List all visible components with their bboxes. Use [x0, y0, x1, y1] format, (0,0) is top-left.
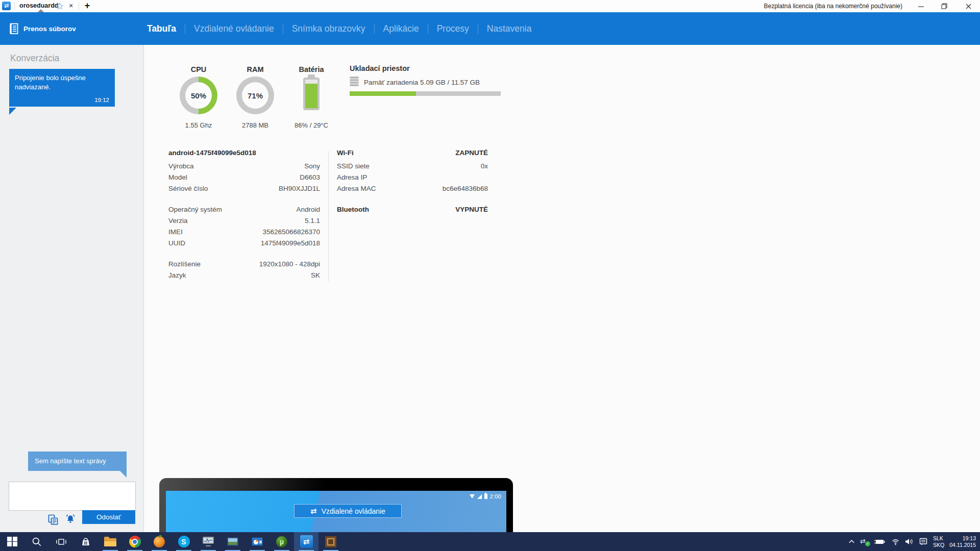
info-row: Rozlíšenie1920x1080 - 428dpi: [168, 260, 320, 271]
device-status-bar: 2:00: [470, 493, 501, 499]
bluetooth-row: Bluetooth VYPNUTÉ: [337, 206, 488, 217]
tab-separator: [14, 2, 15, 10]
remote-control-button[interactable]: ⇄ Vzdialené ovládanie: [294, 504, 402, 518]
chat-sidebar: Konverzácia Pripojenie bolo úspešne nadv…: [0, 45, 144, 532]
volume-tray-icon[interactable]: [905, 538, 914, 545]
tab-remote-control[interactable]: Vzdialené ovládanie: [194, 23, 274, 34]
license-text: Bezplatná licencia (iba na nekomerčné po…: [764, 3, 903, 10]
tray-time: 19:13: [949, 535, 976, 542]
nav-tabs: Tabuľa Vzdialené ovládanie Snímka obrazo…: [147, 12, 531, 45]
message-tooltip: Sem napíšte text správy: [28, 452, 127, 471]
windows-logo-icon: [7, 537, 17, 547]
store-icon: [81, 537, 91, 547]
window-restore-button[interactable]: [938, 0, 951, 12]
minecraft-button[interactable]: [318, 532, 343, 551]
message-tooltip-tail: [120, 471, 127, 478]
photos-icon: [227, 537, 238, 546]
favorite-star-icon[interactable]: [56, 3, 63, 10]
presentation-app-button[interactable]: [245, 532, 270, 551]
device-screen-preview[interactable]: 2:00 ⇄ Vzdialené ovládanie: [159, 478, 513, 532]
chat-bubble-tail: [9, 108, 16, 115]
chrome-icon: [129, 536, 141, 547]
battery-icon: [303, 74, 320, 110]
monitor-app-button[interactable]: [196, 532, 220, 551]
skype-button[interactable]: S: [172, 532, 196, 551]
swap-arrows-icon: ⇄: [310, 507, 317, 516]
start-button[interactable]: [0, 532, 24, 551]
info-row: Operačný systémAndroid: [168, 206, 320, 217]
file-transfer-button[interactable]: Prenos súborov: [9, 12, 76, 45]
teamviewer-button[interactable]: ⇄: [294, 532, 318, 551]
info-row: Sériové čísloBH90XJJD1L: [168, 185, 320, 196]
battery-fill: [305, 84, 317, 108]
ram-donut: 71%: [236, 77, 274, 114]
device-info-column: android-1475f49099e5d018 VýrobcaSony Mod…: [168, 149, 320, 283]
utorrent-button[interactable]: µ: [270, 532, 294, 551]
wifi-tray-icon[interactable]: [891, 538, 900, 545]
tab-dashboard[interactable]: Tabuľa: [147, 23, 176, 34]
system-tray: ⇄✓ SLK SKQ 19:13: [848, 532, 976, 551]
storage-disk-icon: [350, 77, 360, 87]
storage-title: Ukladací priestor: [350, 64, 410, 72]
clipboard-icon[interactable]: [47, 514, 59, 525]
cpu-donut: 50%: [180, 77, 217, 114]
battery-detail: 86% / 29°C: [285, 121, 338, 129]
device-screen[interactable]: 2:00 ⇄ Vzdialené ovládanie: [166, 491, 506, 532]
nav-separator: [428, 23, 428, 34]
storage-text: Pamäť zariadenia 5.09 GB / 11.57 GB: [364, 79, 480, 86]
cpu-label: CPU: [172, 65, 225, 73]
tray-date: 04.11.2015: [949, 542, 976, 548]
language-indicator[interactable]: SLK SKQ: [933, 535, 944, 548]
file-explorer-button[interactable]: [98, 532, 122, 551]
nav-separator: [478, 23, 478, 34]
window-minimize-button[interactable]: [914, 0, 927, 12]
tab-close-icon[interactable]: ✕: [67, 2, 75, 10]
search-icon: [32, 537, 42, 547]
chat-message-time: 19:12: [15, 96, 109, 104]
tab-processes[interactable]: Procesy: [437, 23, 469, 34]
network-info-column: Wi-Fi ZAPNUTÉ SSID siete0x Adresa IP Adr…: [337, 149, 488, 217]
task-view-icon: [56, 537, 67, 546]
window-close-button[interactable]: [962, 0, 975, 12]
task-view-button[interactable]: [49, 532, 74, 551]
teamviewer-icon: ⇄: [300, 535, 313, 548]
tab-apps[interactable]: Aplikácie: [383, 23, 419, 34]
session-tab-title[interactable]: oroseduardd: [19, 2, 58, 9]
action-center-icon[interactable]: [919, 538, 928, 545]
new-tab-button[interactable]: +: [82, 0, 92, 11]
tab-settings[interactable]: Nastavenia: [487, 23, 532, 34]
dashboard-content: CPU 50% 1.55 Ghz RAM 71% 2788 MB Batéria…: [144, 45, 980, 532]
photos-app-button[interactable]: [220, 532, 245, 551]
minecraft-icon: [325, 536, 336, 547]
storage-bar: [350, 91, 501, 96]
teamviewer-tray-icon[interactable]: ⇄✓: [860, 538, 869, 545]
taskbar-search-button[interactable]: [24, 532, 49, 551]
notification-bell-icon[interactable]: [65, 513, 76, 524]
fruit-app-icon: [154, 536, 165, 547]
ram-label: RAM: [229, 65, 282, 73]
battery-body: [303, 78, 320, 110]
teamviewer-app-icon: ⇄: [2, 2, 11, 10]
info-row: JazykSK: [168, 271, 320, 283]
info-row: VýrobcaSony: [168, 162, 320, 173]
tab-separator: [79, 2, 79, 10]
storage-bar-fill: [350, 91, 416, 96]
nav-separator: [374, 23, 375, 34]
nav-separator: [283, 23, 283, 34]
fl-studio-button[interactable]: [147, 532, 172, 551]
skype-icon: S: [178, 536, 190, 547]
chat-message-bubble: Pripojenie bolo úspešne nadviazané. 19:1…: [9, 69, 115, 107]
send-button[interactable]: Odoslať: [82, 510, 135, 524]
battery-tray-icon[interactable]: [874, 538, 886, 545]
info-row: Verzia5.1.1: [168, 217, 320, 228]
chrome-button[interactable]: [122, 532, 147, 551]
store-app-button[interactable]: [74, 532, 98, 551]
message-input[interactable]: [9, 482, 136, 511]
conversation-title: Konverzácia: [10, 53, 59, 64]
tab-screenshot[interactable]: Snímka obrazovky: [292, 23, 365, 34]
tray-chevron-icon[interactable]: [848, 538, 855, 545]
signal-status-icon: [477, 494, 482, 499]
clock-indicator[interactable]: 19:13 04.11.2015: [949, 535, 976, 548]
info-row: IMEI356265066826370: [168, 228, 320, 239]
monitor-app-icon: [203, 537, 214, 546]
